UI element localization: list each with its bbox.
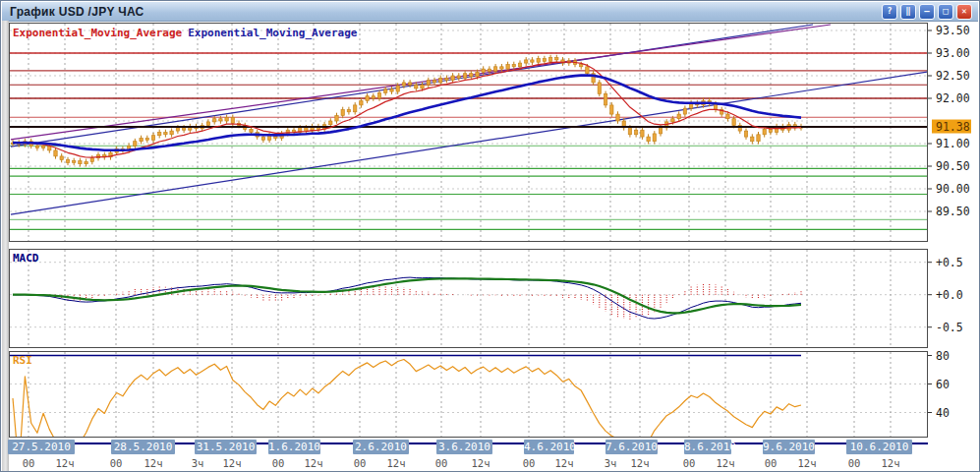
time-tick: 00	[757, 457, 784, 469]
close-button[interactable]: ✕	[956, 4, 972, 20]
time-tick: 00	[515, 457, 543, 469]
time-tick: 12ч	[51, 457, 79, 469]
axis-label: 92.00	[936, 91, 970, 105]
right-axis: 93.5093.0092.5092.0091.0090.5090.0089.50…	[928, 23, 979, 471]
date-box: 28.5.2010	[111, 440, 175, 454]
date-box: 31.5.2010	[195, 440, 257, 454]
axis-label: 80	[936, 349, 950, 363]
time-tick: 12ч	[382, 457, 410, 469]
time-tick: 12ч	[712, 457, 739, 469]
ema-legend-fast: Exponential_Moving_Average	[13, 27, 182, 39]
axis-label: +0.0	[936, 288, 963, 302]
macd-label: MACD	[13, 252, 39, 265]
minimize-button[interactable]: –	[919, 4, 935, 20]
time-tick: 00	[675, 457, 703, 469]
time-tick: 00	[428, 457, 455, 469]
date-box: 2.6.2010	[353, 440, 409, 454]
window-buttons: ?‖–□✕	[882, 4, 972, 20]
time-tick: 12ч	[550, 457, 578, 469]
chart-window: График USD /JPY ЧАС ?‖–□✕ Exponential_Mo…	[0, 0, 980, 472]
titlebar[interactable]: График USD /JPY ЧАС ?‖–□✕	[2, 2, 978, 22]
time-tick: 12ч	[300, 457, 327, 469]
time-tick: 00	[346, 457, 374, 469]
time-tick: 12ч	[626, 457, 654, 469]
rsi-label: RSI	[13, 354, 32, 367]
axis-label: -0.5	[936, 321, 963, 334]
window-title: График USD /JPY ЧАС	[2, 5, 144, 19]
time-tick: 3ч	[184, 457, 211, 469]
time-tick: 12ч	[140, 457, 167, 469]
axis-label: 40	[936, 406, 950, 420]
current-price-badge: 91.38	[932, 120, 971, 134]
ema-legend-slow: Exponential_Moving_Average	[188, 27, 357, 39]
axis-label: 92.50	[936, 69, 970, 83]
time-tick: 12ч	[877, 457, 904, 469]
date-box: 8.6.2010	[684, 440, 731, 454]
date-box: 27.5.2010	[8, 440, 75, 454]
time-tick: 3ч	[597, 457, 624, 469]
time-tick: 12ч	[467, 457, 494, 469]
date-box: 9.6.2010	[763, 440, 815, 454]
date-box: 1.6.2010	[268, 440, 320, 454]
date-box: 7.6.2010	[605, 440, 658, 454]
time-tick: 00	[102, 457, 130, 469]
axis-label: 60	[936, 378, 950, 391]
date-axis: 27.5.20100012ч28.5.20100012ч31.5.20103ч1…	[9, 440, 928, 472]
date-box: 10.6.2010	[846, 440, 912, 454]
time-tick: 00	[264, 457, 292, 469]
time-tick: 00	[840, 457, 868, 469]
date-box: 3.6.2010	[436, 440, 492, 454]
macd-panel[interactable]	[9, 249, 928, 348]
restore-button[interactable]: □	[938, 4, 953, 20]
rsi-panel[interactable]	[9, 351, 928, 438]
axis-label: +0.5	[936, 256, 963, 269]
date-box: 4.6.2010	[524, 440, 574, 454]
price-panel[interactable]	[9, 23, 928, 242]
axis-label: 90.00	[936, 182, 970, 196]
time-tick: 00	[15, 457, 42, 469]
axis-label: 91.00	[936, 137, 970, 150]
pin-button[interactable]: ‖	[900, 4, 916, 20]
axis-label: 89.50	[936, 205, 970, 218]
svg-text:91.38: 91.38	[936, 120, 970, 134]
help-button[interactable]: ?	[882, 4, 897, 20]
axis-label: 90.50	[936, 159, 970, 173]
time-tick: 12ч	[218, 457, 246, 469]
axis-label: 93.00	[936, 46, 970, 60]
time-tick: 12ч	[793, 457, 821, 469]
left-gutter	[2, 21, 9, 472]
axis-label: 93.50	[936, 24, 970, 37]
ema-legend: Exponential_Moving_AverageExponential_Mo…	[13, 27, 363, 39]
